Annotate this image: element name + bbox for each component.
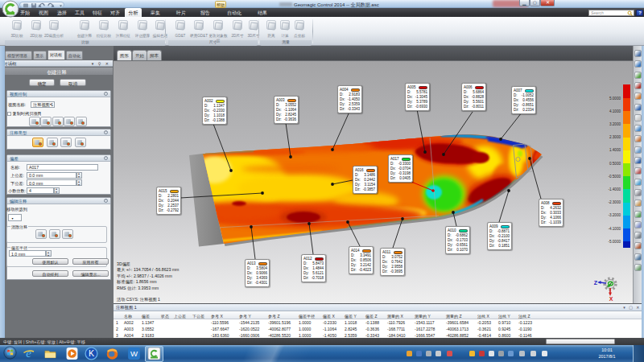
svg-text:W: W	[130, 349, 138, 358]
svg-text:K: K	[89, 348, 94, 358]
svg-text:e: e	[26, 347, 31, 360]
